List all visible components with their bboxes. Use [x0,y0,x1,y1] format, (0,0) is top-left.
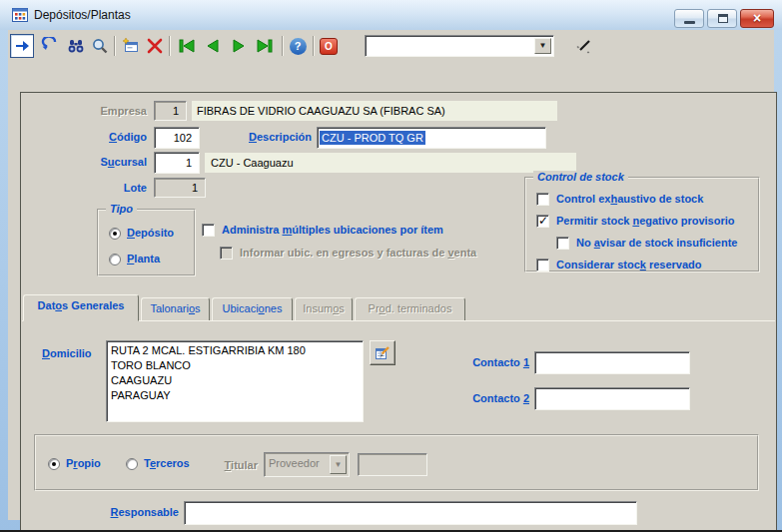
terceros-radio-label[interactable]: Terceros [144,457,190,469]
customize-wand-icon[interactable] [572,34,596,58]
contacto1-input[interactable] [534,351,690,374]
edit-address-icon [375,345,391,361]
codigo-input[interactable]: 102 [154,127,200,149]
descripcion-selected-text: CZU - PROD TQ GR [320,131,425,145]
client-area: ? O ▼ Empresa 1 FIBRAS DE VIDRIO CAAGUAZ… [8,30,774,520]
planta-radio-label[interactable]: Planta [127,253,160,265]
find-icon[interactable] [64,34,88,58]
maximize-button[interactable] [707,9,737,28]
help-icon[interactable]: ? [287,34,309,58]
close-icon: × [741,10,773,27]
terceros-radio[interactable] [126,458,138,470]
toolbar-separator [282,36,283,56]
sucursal-label: Sucursal [61,156,147,168]
no-avisar-checkbox[interactable] [556,237,569,250]
delete-record-icon[interactable] [143,34,167,58]
responsable-input[interactable] [184,501,637,525]
titular-dropdown: Proveedor ▼ [264,452,350,477]
control-stock-groupbox: Control de stock Control exhaustivo de s… [524,177,760,272]
permitir-negativo-label[interactable]: Permitir stock negativo provisorio [556,215,735,227]
informar-ubic-label: Informar ubic. en egresos y facturas de … [240,247,476,259]
tipo-group-title: Tipo [106,203,137,215]
empresa-label: Empresa [61,105,147,117]
toolbar-separator [114,36,115,56]
codigo-label: Código [61,131,147,143]
tab-ubicaciones[interactable]: Ubicaciones [212,297,293,321]
form-panel: Empresa 1 FIBRAS DE VIDRIO CAAGUAZU SA (… [20,92,777,532]
app-icon [12,7,28,23]
chevron-down-icon: ▼ [330,455,347,474]
toolbar-search-combobox[interactable]: ▼ [365,35,554,57]
combo-value [366,40,370,52]
next-record-icon[interactable] [226,34,252,58]
prior-record-icon[interactable] [200,34,226,58]
domicilio-label: Domicilio [42,347,92,359]
contacto2-label: Contacto 2 [391,392,529,404]
new-record-icon[interactable] [119,34,143,58]
toolbar: ? O ▼ [8,30,774,62]
tipo-groupbox: Tipo Depósito Planta [97,209,196,276]
no-avisar-label[interactable]: No avisar de stock insuficiente [576,237,737,249]
contacto2-input[interactable] [534,387,690,410]
planta-radio[interactable] [109,254,121,266]
search-zoom-icon[interactable] [88,34,112,58]
deposito-radio-label[interactable]: Depósito [127,227,174,239]
exit-icon[interactable]: O [318,34,340,58]
close-button[interactable]: × [740,9,774,28]
control-exhaustivo-checkbox[interactable] [536,193,549,206]
tab-prod-terminados: Prod. terminados [355,297,465,321]
empresa-name-field: FIBRAS DE VIDRIO CAAGUAZU SA (FIBRAC SA) [192,101,557,121]
permitir-negativo-checkbox[interactable] [536,215,549,228]
empresa-code-field: 1 [154,101,187,121]
informar-ubic-checkbox [220,247,233,260]
considerar-reservado-checkbox[interactable] [536,259,549,271]
maximize-icon [718,14,728,23]
minimize-button[interactable] [674,9,704,28]
titular-extra-field [358,453,427,476]
tab-insumos: Insumos [295,297,353,321]
lote-label: Lote [61,182,147,194]
titular-label: Titular [196,459,258,471]
descripcion-label: Descripción [201,131,312,143]
first-record-icon[interactable] [174,34,200,58]
control-stock-group-title: Control de stock [533,171,628,183]
app-window: Depósitos/Plantas × [0,0,782,532]
multi-ubicaciones-checkbox[interactable] [202,224,215,237]
toolbar-separator [169,36,170,56]
post-record-icon[interactable] [10,34,34,58]
tab-talonarios[interactable]: Talonarios [141,297,210,321]
window-title: Depósitos/Plantas [34,8,131,22]
ownership-groupbox: Propio Terceros Titular Proveedor ▼ [34,434,759,491]
responsable-label: Responsable [79,506,179,518]
deposito-radio[interactable] [109,228,121,240]
sucursal-input[interactable]: 1 [154,152,200,174]
lote-field: 1 [154,178,206,198]
propio-radio-label[interactable]: Propio [66,457,101,469]
sucursal-name-field: CZU - Caaguazu [205,153,576,173]
last-record-icon[interactable] [252,34,278,58]
propio-radio[interactable] [48,458,60,470]
control-exhaustivo-label[interactable]: Control exhaustivo de stock [556,193,703,205]
descripcion-input[interactable]: CZU - PROD TQ GR [317,127,546,149]
chevron-down-icon[interactable]: ▼ [534,38,551,54]
toolbar-separator [313,36,314,56]
tab-datos-generales[interactable]: Datos Generales [23,294,139,321]
minimize-icon [684,21,695,24]
titular-dropdown-value: Proveedor [269,457,320,469]
titlebar[interactable]: Depósitos/Plantas × [0,0,782,30]
considerar-reservado-label[interactable]: Considerar stock reservado [556,259,702,270]
undo-icon[interactable] [38,34,62,58]
multi-ubicaciones-label[interactable]: Administra múltiples ubicaciones por íte… [222,224,443,236]
contacto1-label: Contacto 1 [391,356,529,368]
domicilio-textarea[interactable]: RUTA 2 MCAL. ESTIGARRIBIA KM 180 TORO BL… [106,340,364,422]
